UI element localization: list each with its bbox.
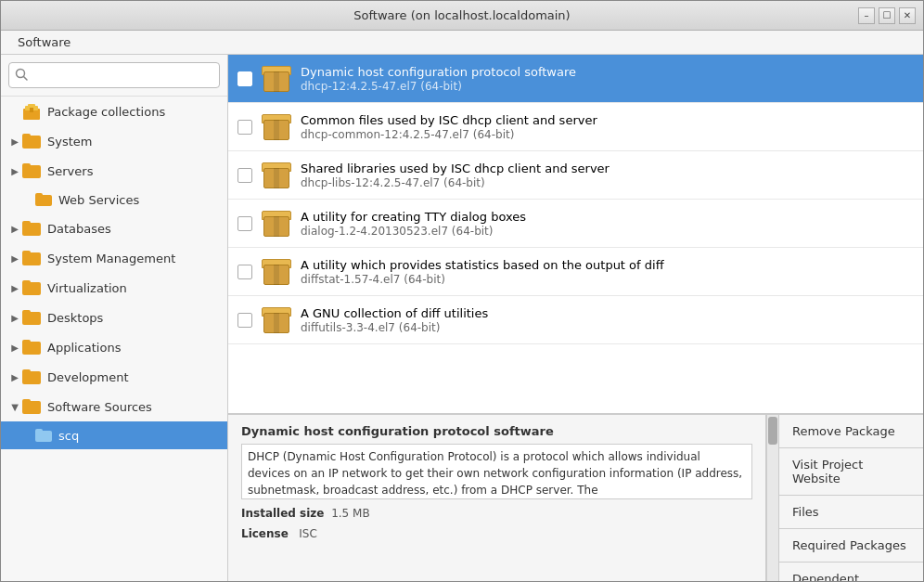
detail-scrollbar[interactable] <box>766 415 779 581</box>
arrow-development: ▶ <box>8 370 21 383</box>
remove-package-button[interactable]: Remove Package <box>779 415 923 448</box>
package-info: A utility which provides statistics base… <box>301 258 914 286</box>
sidebar-item-databases[interactable]: ▶ Databases <box>1 213 227 243</box>
sidebar-label-development: Development <box>47 370 129 384</box>
detail-area: Dynamic host configuration protocol soft… <box>228 414 923 581</box>
sidebar-item-scq[interactable]: scq <box>1 421 227 449</box>
installed-size-label: Installed size <box>241 507 325 520</box>
package-checkbox[interactable] <box>237 216 252 231</box>
svg-line-1 <box>24 76 28 80</box>
package-name: Shared libraries used by ISC dhcp client… <box>301 162 914 175</box>
package-version: dhcp-common-12:4.2.5-47.el7 (64-bit) <box>301 128 914 141</box>
detail-meta-size: Installed size 1.5 MB <box>241 507 752 520</box>
sidebar-label-web-services: Web Services <box>58 193 139 207</box>
package-checkbox[interactable] <box>237 71 252 86</box>
arrow-servers: ▶ <box>8 164 21 177</box>
sidebar-item-applications[interactable]: ▶ Applications <box>1 332 227 362</box>
titlebar-title: Software (on localhost.localdomain) <box>353 8 570 22</box>
dependent-packages-button[interactable]: Dependent Packages <box>779 563 923 581</box>
svg-rect-4 <box>28 104 35 108</box>
software-sources-icon <box>21 396 42 417</box>
package-name: A utility which provides statistics base… <box>301 258 914 272</box>
sidebar-label-system-management: System Management <box>47 252 175 265</box>
development-icon <box>21 367 42 387</box>
sidebar-label-applications: Applications <box>47 341 121 355</box>
package-version: dhcp-libs-12:4.2.5-47.el7 (64-bit) <box>301 176 914 189</box>
package-row[interactable]: Common files used by ISC dhcp client and… <box>228 103 923 151</box>
main-area: Dynamic host configuration protocol soft… <box>228 55 923 581</box>
package-checkbox[interactable] <box>237 168 252 183</box>
sidebar-item-virtualization[interactable]: ▶ Virtualization <box>1 273 227 303</box>
system-management-icon <box>21 248 42 268</box>
package-version: dialog-1.2-4.20130523.el7 (64-bit) <box>301 225 914 238</box>
package-info: Common files used by ISC dhcp client and… <box>301 113 914 141</box>
package-checkbox[interactable] <box>237 313 252 328</box>
package-name: A GNU collection of diff utilities <box>301 306 914 320</box>
package-name: A utility for creating TTY dialog boxes <box>301 210 914 224</box>
package-name: Common files used by ISC dhcp client and… <box>301 113 914 127</box>
titlebar-controls: – ☐ ✕ <box>858 7 916 24</box>
detail-meta-license: License ISC <box>241 527 752 540</box>
web-services-icon <box>34 190 53 209</box>
arrow-system: ▶ <box>8 135 21 148</box>
servers-icon <box>21 161 42 181</box>
search-input[interactable] <box>32 69 213 83</box>
package-info: A utility for creating TTY dialog boxesd… <box>301 210 914 238</box>
package-row[interactable]: A utility for creating TTY dialog boxesd… <box>228 200 923 248</box>
main-window: Software (on localhost.localdomain) – ☐ … <box>0 0 924 582</box>
sidebar-label-databases: Databases <box>47 222 111 236</box>
menu-software[interactable]: Software <box>8 33 80 51</box>
files-button[interactable]: Files <box>779 496 923 529</box>
action-buttons: Remove Package Visit Project Website Fil… <box>779 415 923 581</box>
desktops-icon <box>21 307 42 328</box>
arrow-desktops: ▶ <box>8 311 21 324</box>
sidebar-label-package-collections: Package collections <box>47 105 165 119</box>
license-label: License <box>241 527 289 540</box>
package-checkbox[interactable] <box>237 120 252 135</box>
package-row[interactable]: Dynamic host configuration protocol soft… <box>228 55 923 103</box>
package-list: Dynamic host configuration protocol soft… <box>228 55 923 414</box>
sidebar-item-development[interactable]: ▶ Development <box>1 362 227 392</box>
system-icon <box>21 131 42 151</box>
arrow-package-collections <box>8 105 21 118</box>
sidebar-label-desktops: Desktops <box>47 311 103 325</box>
sidebar-item-system[interactable]: ▶ System <box>1 126 227 156</box>
search-box <box>1 55 227 97</box>
package-checkbox[interactable] <box>237 265 252 279</box>
detail-left: Dynamic host configuration protocol soft… <box>228 415 766 581</box>
package-box-icon <box>262 305 291 335</box>
package-row[interactable]: A GNU collection of diff utilitiesdiffut… <box>228 296 923 344</box>
detail-description: DHCP (Dynamic Host Configuration Protoco… <box>241 444 752 499</box>
sidebar-item-package-collections[interactable]: Package collections <box>1 97 227 126</box>
content-area: Package collections ▶ System ▶ Servers <box>1 55 923 581</box>
minimize-button[interactable]: – <box>858 7 875 24</box>
sidebar-item-web-services[interactable]: Web Services <box>1 186 227 213</box>
sidebar-item-software-sources[interactable]: ▼ Software Sources <box>1 392 227 421</box>
package-version: diffutils-3.3-4.el7 (64-bit) <box>301 321 914 334</box>
search-wrapper[interactable] <box>8 62 220 88</box>
close-button[interactable]: ✕ <box>899 7 916 24</box>
arrow-virtualization: ▶ <box>8 281 21 294</box>
visit-project-website-button[interactable]: Visit Project Website <box>779 448 923 496</box>
package-row[interactable]: A utility which provides statistics base… <box>228 248 923 296</box>
arrow-applications: ▶ <box>8 341 21 354</box>
svg-rect-5 <box>30 108 33 112</box>
package-row[interactable]: Shared libraries used by ISC dhcp client… <box>228 151 923 200</box>
package-name: Dynamic host configuration protocol soft… <box>301 65 914 79</box>
arrow-system-management: ▶ <box>8 252 21 265</box>
required-packages-button[interactable]: Required Packages <box>779 529 923 563</box>
package-collections-icon <box>21 101 42 122</box>
package-version: dhcp-12:4.2.5-47.el7 (64-bit) <box>301 80 914 93</box>
package-info: Shared libraries used by ISC dhcp client… <box>301 162 914 189</box>
package-version: diffstat-1.57-4.el7 (64-bit) <box>301 273 914 286</box>
sidebar-label-virtualization: Virtualization <box>47 281 127 295</box>
maximize-button[interactable]: ☐ <box>879 7 895 24</box>
sidebar-item-system-management[interactable]: ▶ System Management <box>1 243 227 273</box>
detail-scroll-thumb <box>768 417 777 445</box>
package-box-icon <box>262 161 291 190</box>
package-box-icon <box>262 257 291 287</box>
sidebar-item-servers[interactable]: ▶ Servers <box>1 156 227 186</box>
menubar: Software <box>1 31 923 55</box>
sidebar-item-desktops[interactable]: ▶ Desktops <box>1 303 227 332</box>
sidebar-label-servers: Servers <box>47 164 93 178</box>
